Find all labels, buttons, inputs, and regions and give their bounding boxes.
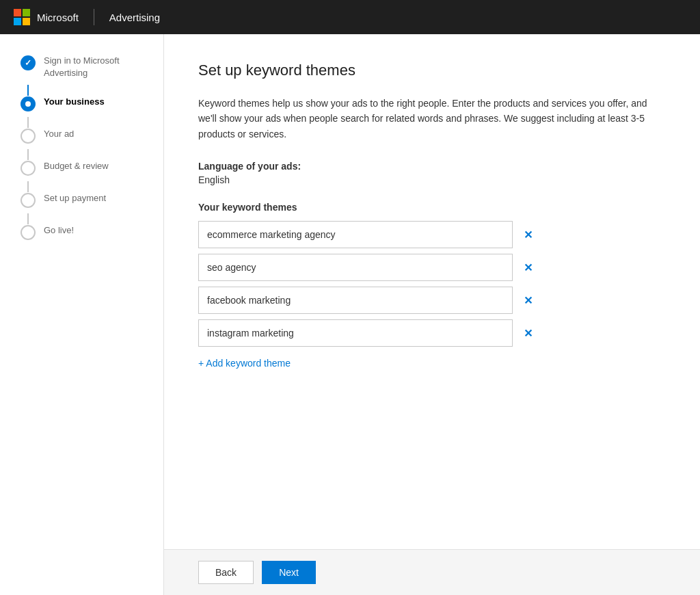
sidebar-item-payment: Set up payment (21, 192, 163, 213)
sidebar-step-your-business: Your business (21, 96, 163, 128)
sidebar-item-your-business: Your business (21, 96, 163, 117)
check-icon: ✓ (25, 58, 31, 68)
inactive-dot-4 (25, 230, 31, 235)
remove-keyword-2-button[interactable]: ✕ (518, 259, 538, 277)
keyword-input-2[interactable] (198, 254, 513, 281)
sidebar-step-budget: Budget & review (21, 160, 163, 192)
keyword-row-1: ✕ (198, 221, 666, 248)
header-brand: Microsoft (37, 12, 79, 23)
ms-logo (14, 9, 30, 25)
keyword-input-4[interactable] (198, 319, 513, 347)
step-indicator-golive (21, 225, 36, 240)
inactive-dot-2 (25, 166, 31, 171)
microsoft-logo-group: Microsoft Advertising (14, 9, 160, 25)
connector-4 (27, 181, 29, 192)
language-value: English (198, 174, 666, 185)
keyword-input-1[interactable] (198, 221, 513, 248)
connector-5 (27, 213, 29, 224)
add-keyword-button[interactable]: + Add keyword theme (198, 352, 291, 374)
sidebar-step-your-ad: Your ad (21, 128, 163, 160)
keyword-row-2: ✕ (198, 254, 666, 281)
connector-3 (27, 149, 29, 160)
add-keyword-label: + Add keyword theme (198, 358, 291, 369)
step-indicator-sign-in: ✓ (21, 55, 36, 70)
inactive-dot-3 (25, 198, 31, 203)
keyword-row-3: ✕ (198, 287, 666, 314)
header-product: Advertising (109, 12, 160, 23)
connector-1 (27, 85, 29, 96)
footer: Back Next (164, 549, 700, 595)
remove-keyword-4-button[interactable]: ✕ (518, 324, 538, 343)
step-indicator-your-business (21, 96, 36, 111)
sidebar-item-budget: Budget & review (21, 160, 163, 181)
sidebar-item-sign-in-label: Sign in to Microsoft Advertising (44, 55, 163, 79)
page-title: Set up keyword themes (198, 62, 666, 79)
ms-logo-yellow (23, 18, 30, 25)
next-button[interactable]: Next (262, 561, 316, 584)
step-indicator-your-ad (21, 129, 36, 144)
sidebar-item-budget-label: Budget & review (44, 160, 109, 172)
sidebar-step-golive: Go live! (21, 224, 163, 246)
step-indicator-payment (21, 193, 36, 208)
connector-2 (27, 117, 29, 128)
remove-keyword-1-button[interactable]: ✕ (518, 226, 538, 244)
sidebar-item-sign-in: ✓ Sign in to Microsoft Advertising (21, 55, 163, 85)
sidebar-item-payment-label: Set up payment (44, 192, 106, 204)
keyword-themes-label: Your keyword themes (198, 202, 666, 213)
description-text: Keyword themes help us show your ads to … (198, 96, 663, 142)
remove-keyword-3-button[interactable]: ✕ (518, 291, 538, 310)
ms-logo-blue (14, 18, 21, 25)
content-body: Set up keyword themes Keyword themes hel… (164, 34, 700, 549)
back-button[interactable]: Back (198, 561, 254, 584)
content-area: Set up keyword themes Keyword themes hel… (164, 34, 700, 595)
sidebar: ✓ Sign in to Microsoft Advertising Your … (0, 34, 164, 595)
language-label: Language of your ads: (198, 161, 666, 172)
main-layout: ✓ Sign in to Microsoft Advertising Your … (0, 34, 700, 595)
active-dot (25, 101, 31, 107)
sidebar-item-your-ad-label: Your ad (44, 128, 74, 140)
ms-logo-red (14, 9, 21, 16)
inactive-dot (25, 133, 31, 139)
sidebar-item-your-business-label: Your business (44, 96, 105, 108)
sidebar-step-payment: Set up payment (21, 192, 163, 224)
language-section: Language of your ads: English (198, 161, 666, 185)
sidebar-item-golive: Go live! (21, 224, 163, 246)
step-indicator-budget (21, 161, 36, 176)
sidebar-step-sign-in: ✓ Sign in to Microsoft Advertising (21, 55, 163, 96)
header: Microsoft Advertising (0, 0, 700, 34)
sidebar-item-your-ad: Your ad (21, 128, 163, 149)
header-divider (94, 9, 94, 25)
sidebar-item-golive-label: Go live! (44, 224, 74, 237)
ms-logo-green (23, 9, 30, 16)
keyword-row-4: ✕ (198, 319, 666, 347)
keyword-input-3[interactable] (198, 287, 513, 314)
